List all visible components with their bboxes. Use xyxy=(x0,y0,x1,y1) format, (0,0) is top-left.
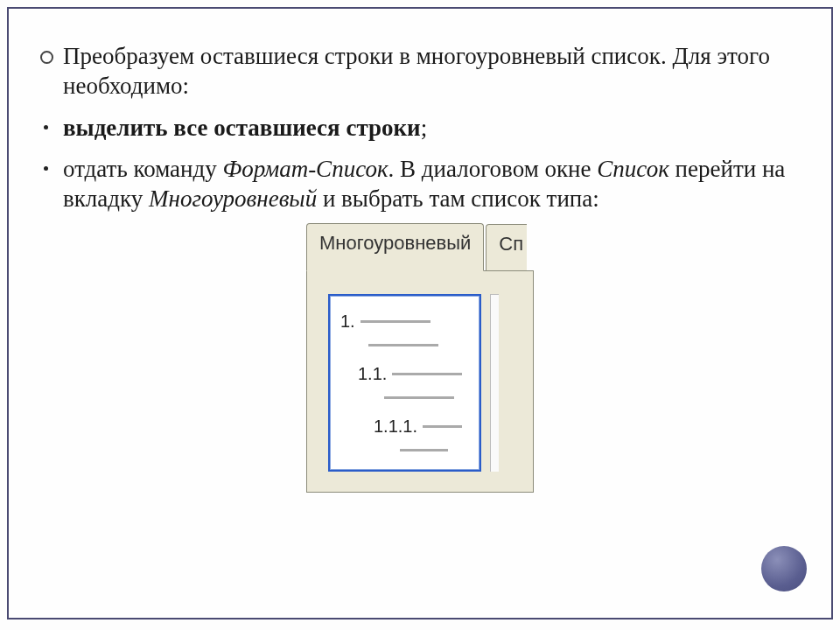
bullet-text: и выбрать там список типа: xyxy=(317,186,599,212)
level-num: 1.1.1. xyxy=(374,416,417,437)
dialog-name: Список xyxy=(597,156,668,182)
tab-control: Многоуровневый Сп 1. . 1.1. xyxy=(306,230,534,493)
list-style-thumbnail[interactable]: 1. . 1.1. . xyxy=(328,294,481,472)
menu-command: Формат-Список xyxy=(223,156,388,182)
slide-frame: Преобразуем оставшиеся строки в многоуро… xyxy=(7,7,833,620)
decorative-circle-icon xyxy=(761,546,807,592)
level-num: 1. xyxy=(340,312,355,332)
line-icon xyxy=(368,344,438,346)
list-item: выделить все оставшиеся строки; xyxy=(38,114,802,144)
bullet-text: . В диалоговом окне xyxy=(388,156,598,182)
tab-panel: 1. . 1.1. . xyxy=(306,270,534,493)
bullet-text: Преобразуем оставшиеся строки в многоуро… xyxy=(63,43,770,99)
tab-partial[interactable]: Сп xyxy=(486,224,527,270)
thumb-line: . xyxy=(340,440,471,460)
thumb-line: 1.1. xyxy=(340,364,471,384)
line-icon xyxy=(423,425,462,428)
tab-row: Многоуровневый Сп xyxy=(306,230,534,270)
line-icon xyxy=(400,449,448,452)
line-icon xyxy=(360,320,430,323)
adjacent-thumbnail-edge xyxy=(490,294,499,472)
thumb-line: . xyxy=(340,335,471,355)
thumb-line: . xyxy=(340,388,471,408)
bullet-list: Преобразуем оставшиеся строки в многоуро… xyxy=(38,42,802,214)
tab-name: Многоуровневый xyxy=(149,186,317,212)
thumb-line: 1. xyxy=(340,312,471,332)
level-num: 1.1. xyxy=(358,364,387,384)
thumb-line: 1.1.1. xyxy=(340,416,471,437)
line-icon xyxy=(392,373,462,375)
bullet-text: отдать команду xyxy=(63,156,223,182)
dialog-screenshot: Многоуровневый Сп 1. . 1.1. xyxy=(38,230,802,493)
tab-multilevel[interactable]: Многоуровневый xyxy=(306,223,484,271)
list-item: Преобразуем оставшиеся строки в многоуро… xyxy=(38,42,802,102)
bullet-text-bold: выделить все оставшиеся строки xyxy=(63,115,421,141)
line-icon xyxy=(384,396,454,399)
bullet-text-tail: ; xyxy=(421,115,428,141)
list-item: отдать команду Формат-Список. В диалогов… xyxy=(38,155,802,214)
